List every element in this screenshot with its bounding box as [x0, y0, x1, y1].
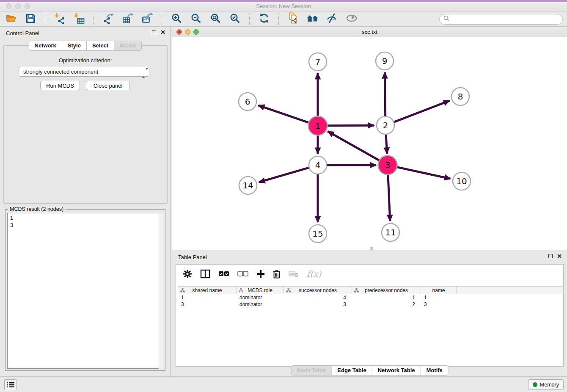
- export-image-icon: [142, 13, 153, 25]
- table-cell[interactable]: 3: [178, 301, 237, 308]
- zoom-out-button[interactable]: [189, 13, 203, 25]
- column-header-successor-nodes[interactable]: successor nodes: [284, 287, 352, 294]
- function-builder-button[interactable]: f(x): [307, 269, 321, 279]
- tab-style[interactable]: Style: [62, 41, 87, 51]
- export-network-icon: [103, 13, 114, 25]
- gear-icon: [183, 269, 192, 279]
- graph-edge-3-1[interactable]: [328, 131, 380, 160]
- table-cell[interactable]: 1: [352, 294, 421, 301]
- graph-edge-1-6[interactable]: [259, 105, 309, 123]
- graph-node-label-4: 4: [315, 160, 321, 170]
- zoom-selected-icon: [230, 13, 240, 25]
- unchecked-boxes-icon: [237, 271, 248, 277]
- duplicate-network-icon: [288, 12, 299, 26]
- import-table-icon: [74, 13, 85, 26]
- table-cell[interactable]: dominator: [237, 301, 284, 308]
- table-cell[interactable]: 2: [352, 301, 421, 308]
- first-neighbors-button[interactable]: [306, 13, 319, 25]
- tab-motifs[interactable]: Motifs: [421, 365, 449, 375]
- zoom-selected-button[interactable]: [228, 13, 242, 25]
- float-table-panel-icon[interactable]: [548, 254, 553, 258]
- eye-icon: [346, 14, 358, 25]
- select-all-button[interactable]: [218, 271, 229, 277]
- table-row[interactable]: 3dominator323: [178, 301, 563, 308]
- zoom-fit-icon: [210, 13, 220, 25]
- export-table-button[interactable]: [121, 13, 135, 25]
- houses-icon: [307, 14, 319, 25]
- column-header-MCDS-role[interactable]: MCDS role: [237, 287, 284, 294]
- tab-select[interactable]: Select: [87, 41, 114, 51]
- duplicate-network-button[interactable]: [286, 13, 300, 25]
- tab-edge-table[interactable]: Edge Table: [332, 365, 372, 375]
- graph-edge-3-10[interactable]: [396, 167, 450, 179]
- graph-node-label-7: 7: [315, 57, 321, 67]
- refresh-icon: [259, 13, 270, 25]
- delete-table-button[interactable]: [289, 271, 299, 277]
- graph-edge-2-9[interactable]: [385, 72, 385, 116]
- graph-edge-2-8[interactable]: [394, 101, 450, 122]
- save-session-button[interactable]: [24, 13, 37, 25]
- table-row[interactable]: 1dominator411: [178, 294, 563, 301]
- graph-edge-2-3[interactable]: [386, 135, 387, 154]
- close-panel-icon[interactable]: ✕: [160, 30, 165, 34]
- column-header-shared-name[interactable]: shared name: [178, 287, 237, 294]
- tab-node-table[interactable]: Node Table: [291, 365, 332, 375]
- memory-button[interactable]: Memory: [528, 379, 564, 390]
- graph-node-label-11: 11: [385, 227, 396, 237]
- control-panel-header: Control Panel ✕: [0, 27, 171, 39]
- column-header-name[interactable]: name: [421, 287, 457, 294]
- birds-eye-view-button[interactable]: [345, 13, 358, 25]
- table-cell[interactable]: 3: [421, 301, 457, 308]
- control-panel: Control Panel ✕ NetworkStyleSelectMCDS O…: [0, 27, 171, 376]
- export-image-button[interactable]: [140, 13, 154, 25]
- graph-edge-4-14[interactable]: [259, 168, 309, 182]
- zoom-in-button[interactable]: [170, 13, 183, 25]
- memory-label: Memory: [540, 382, 559, 388]
- table-header-row: shared nameMCDS rolesuccessor nodesprede…: [178, 286, 563, 294]
- control-panel-title: Control Panel: [6, 30, 39, 36]
- search-input[interactable]: [451, 16, 559, 22]
- table-cell[interactable]: 1: [178, 294, 237, 301]
- result-scrollbar[interactable]: [159, 213, 163, 369]
- eye-slash-icon: [327, 13, 338, 25]
- network-window-title: scc.txt: [172, 29, 567, 35]
- table-cell[interactable]: dominator: [237, 294, 284, 301]
- table-settings-button[interactable]: [183, 269, 192, 279]
- table-cell[interactable]: 1: [421, 294, 457, 301]
- table-cell[interactable]: 3: [284, 301, 352, 308]
- optimization-criterion-select[interactable]: strongly connected component: [19, 67, 149, 77]
- close-panel-button[interactable]: Close panel: [86, 81, 130, 90]
- deselect-all-button[interactable]: [237, 271, 248, 277]
- delete-column-button[interactable]: [273, 270, 281, 279]
- import-network-button[interactable]: [53, 13, 66, 25]
- add-column-button[interactable]: [256, 270, 265, 278]
- graph-edge-3-11[interactable]: [388, 174, 390, 221]
- export-network-button[interactable]: [102, 13, 115, 25]
- graph-node-label-3: 3: [385, 160, 391, 170]
- network-canvas[interactable]: 7968124314101511: [172, 37, 567, 250]
- run-mcds-button[interactable]: Run MCDS: [40, 81, 80, 90]
- refresh-view-button[interactable]: [257, 13, 271, 25]
- mcds-result-text[interactable]: 1 3: [7, 213, 163, 369]
- tab-network[interactable]: Network: [29, 41, 62, 51]
- import-table-button[interactable]: [72, 13, 86, 25]
- select-stepper-icon: [142, 69, 146, 77]
- tab-network-table[interactable]: Network Table: [372, 365, 421, 375]
- close-table-panel-icon[interactable]: ✕: [557, 254, 562, 258]
- control-panel-tabs: NetworkStyleSelectMCDS: [29, 41, 142, 51]
- toggle-graphics-details-button[interactable]: [325, 13, 339, 25]
- column-header-predecessor-nodes[interactable]: predecessor nodes: [352, 287, 421, 294]
- show-columns-button[interactable]: [200, 269, 210, 279]
- open-session-button[interactable]: [4, 13, 18, 25]
- search-field[interactable]: [439, 14, 563, 25]
- graph-edge-1-2[interactable]: [327, 125, 374, 126]
- save-icon: [25, 13, 36, 25]
- tab-mcds[interactable]: MCDS: [114, 41, 142, 51]
- float-panel-icon[interactable]: [152, 30, 156, 34]
- canvas-resize-handle[interactable]: [370, 247, 373, 250]
- table-cell[interactable]: 4: [284, 294, 352, 301]
- toolbar-separator: [162, 13, 162, 25]
- zoom-fit-button[interactable]: [209, 13, 222, 25]
- table-panel-tabs: Node TableEdge TableNetwork TableMotifs: [291, 365, 449, 375]
- task-history-button[interactable]: [4, 379, 17, 390]
